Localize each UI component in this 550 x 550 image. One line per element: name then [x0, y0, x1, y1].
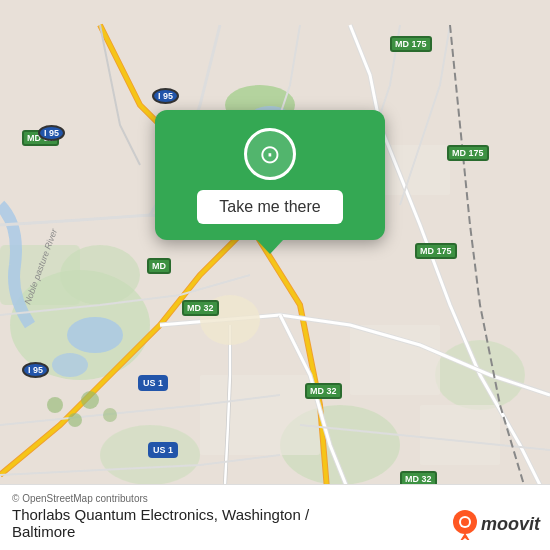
road-badge-md32-center: MD 32	[182, 300, 219, 316]
popup-card: ⊙ Take me there	[155, 110, 385, 240]
moovit-pin-icon	[452, 508, 478, 540]
map-container: Noble pasture River MD 32 I 95 I 95 I 95…	[0, 0, 550, 550]
map-svg: Noble pasture River	[0, 0, 550, 550]
svg-point-9	[52, 353, 88, 377]
svg-point-23	[461, 518, 469, 526]
road-badge-md-short: MD	[147, 258, 171, 274]
road-badge-md175-top: MD 175	[390, 36, 432, 52]
place-name-line1: Thorlabs Quantum Electronics, Washington…	[12, 506, 309, 523]
svg-rect-13	[420, 405, 500, 465]
location-pin-icon: ⊙	[259, 139, 281, 170]
bottom-bar: © OpenStreetMap contributors Thorlabs Qu…	[0, 484, 550, 550]
road-badge-md175-right-upper: MD 175	[447, 145, 489, 161]
take-me-there-button[interactable]: Take me there	[197, 190, 342, 224]
svg-point-17	[68, 413, 82, 427]
svg-point-18	[81, 391, 99, 409]
road-badge-i95-lower: I 95	[22, 362, 49, 378]
moovit-logo: moovit	[452, 508, 540, 540]
location-icon: ⊙	[244, 128, 296, 180]
svg-point-16	[47, 397, 63, 413]
road-badge-i95-upper: I 95	[152, 88, 179, 104]
road-badge-i95-left: I 95	[38, 125, 65, 141]
road-badge-md32-lower-center: MD 32	[305, 383, 342, 399]
place-name-line2: Baltimore	[12, 523, 309, 540]
map-attribution: © OpenStreetMap contributors	[12, 493, 538, 504]
road-badge-us1-upper: US 1	[138, 375, 168, 391]
road-badge-us1-lower: US 1	[148, 442, 178, 458]
road-badge-md175-right-mid: MD 175	[415, 243, 457, 259]
moovit-brand-text: moovit	[481, 514, 540, 535]
svg-rect-11	[200, 375, 320, 455]
svg-point-19	[103, 408, 117, 422]
svg-point-8	[67, 317, 123, 353]
